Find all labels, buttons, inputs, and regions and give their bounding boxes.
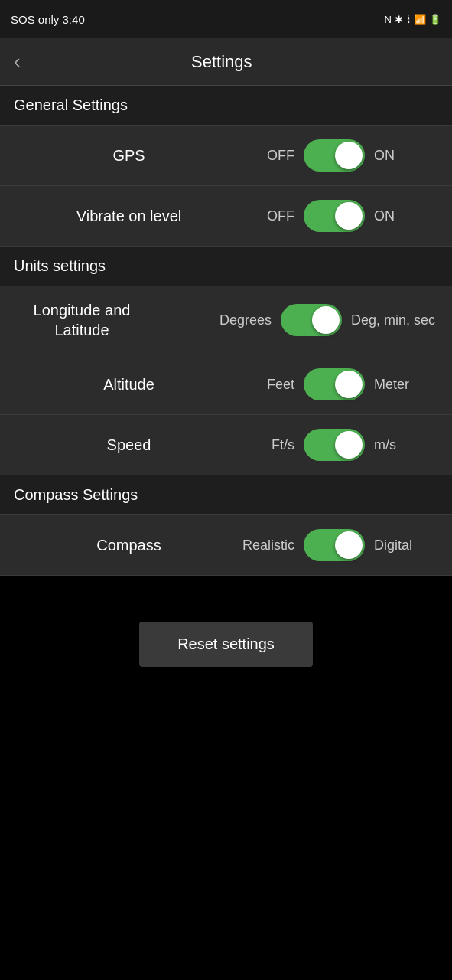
toggle-knob-lonlat: [312, 306, 340, 334]
battery-icon: 🔋: [429, 14, 441, 25]
toggle-switch-altitude[interactable]: [304, 368, 365, 400]
toggle-switch-speed[interactable]: [304, 429, 365, 461]
toggle-right-compass-type: Digital: [374, 537, 435, 554]
toggle-switch-gps[interactable]: [304, 139, 365, 172]
row-label-vibrate: Vibrate on level: [17, 207, 241, 225]
toggle-left-speed: Ft/s: [241, 437, 294, 453]
toggle-left-compass-type: Realistic: [241, 537, 294, 554]
section-header-general: General Settings: [0, 86, 452, 126]
header: ‹ Settings: [0, 38, 452, 86]
toggle-right-altitude: Meter: [374, 377, 435, 393]
row-label-lonlat: Longitude andLatitude: [17, 300, 147, 340]
toggle-knob-speed: [335, 431, 363, 459]
toggle-right-speed: m/s: [374, 437, 435, 453]
settings-row-vibrate: Vibrate on levelOFFON: [0, 186, 452, 247]
toggle-group-compass-type: RealisticDigital: [241, 529, 435, 561]
settings-row-altitude: AltitudeFeetMeter: [0, 354, 452, 415]
signal-icon: ⌇: [406, 14, 411, 25]
toggle-right-vibrate: ON: [374, 208, 435, 224]
toggle-knob-altitude: [335, 371, 363, 398]
settings-content: General SettingsGPSOFFONVibrate on level…: [0, 86, 452, 713]
row-label-compass-type: Compass: [17, 537, 241, 554]
toggle-group-speed: Ft/sm/s: [241, 429, 435, 461]
toggle-switch-lonlat[interactable]: [281, 304, 342, 336]
section-header-units: Units settings: [0, 247, 452, 286]
toggle-left-vibrate: OFF: [241, 208, 294, 224]
toggle-knob-vibrate: [335, 202, 363, 230]
toggle-left-gps: OFF: [241, 148, 294, 164]
settings-row-compass-type: CompassRealisticDigital: [0, 515, 452, 576]
toggle-knob-compass-type: [335, 531, 363, 559]
status-bar: SOS only 3:40 N ✱ ⌇ 📶 🔋: [0, 0, 452, 38]
row-label-altitude: Altitude: [17, 376, 241, 394]
page-title: Settings: [36, 52, 408, 72]
toggle-switch-compass-type[interactable]: [304, 529, 365, 561]
reset-section: Reset settings: [0, 576, 452, 713]
nfc-icon: N: [385, 14, 392, 25]
reset-button[interactable]: Reset settings: [139, 622, 313, 667]
toggle-group-vibrate: OFFON: [241, 200, 435, 232]
toggle-group-lonlat: DegreesDeg, min, sec: [218, 304, 435, 336]
bluetooth-icon: ✱: [395, 14, 403, 25]
toggle-right-gps: ON: [374, 148, 435, 164]
section-header-compass: Compass Settings: [0, 475, 452, 515]
wifi-icon: 📶: [414, 14, 426, 25]
settings-row-speed: SpeedFt/sm/s: [0, 415, 452, 475]
status-time: SOS only 3:40: [11, 13, 85, 26]
toggle-right-lonlat: Deg, min, sec: [351, 312, 435, 328]
status-icons: N ✱ ⌇ 📶 🔋: [385, 14, 441, 25]
toggle-left-lonlat: Degrees: [218, 312, 272, 328]
toggle-switch-vibrate[interactable]: [304, 200, 365, 232]
toggle-knob-gps: [335, 142, 363, 169]
back-button[interactable]: ‹: [14, 50, 21, 74]
row-label-gps: GPS: [17, 147, 241, 165]
settings-row-gps: GPSOFFON: [0, 126, 452, 186]
row-label-speed: Speed: [17, 436, 241, 454]
settings-row-lonlat: Longitude andLatitudeDegreesDeg, min, se…: [0, 286, 452, 354]
toggle-group-gps: OFFON: [241, 139, 435, 172]
toggle-group-altitude: FeetMeter: [241, 368, 435, 400]
toggle-left-altitude: Feet: [241, 377, 294, 393]
